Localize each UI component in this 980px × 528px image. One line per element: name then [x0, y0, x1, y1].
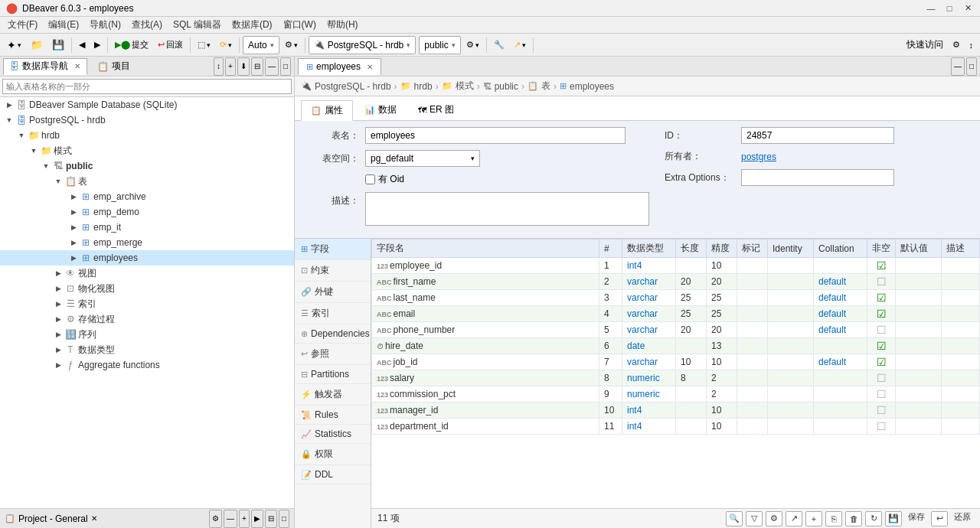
toggle-icon[interactable]: ▶ — [3, 99, 15, 111]
refresh-button[interactable]: ↻ — [865, 511, 882, 526]
extra-options-input[interactable] — [741, 169, 894, 186]
nav-item-statistics[interactable]: 📈 Statistics — [295, 425, 371, 444]
breadcrumb-hrdb[interactable]: PostgreSQL - hrdb — [315, 81, 391, 92]
toolbar-extra-1[interactable]: ⚙ — [949, 36, 964, 54]
employees-toggle-icon[interactable]: ▶ — [67, 252, 80, 264]
editor-maximize-button[interactable]: □ — [966, 57, 977, 76]
tree-item-matviews[interactable]: ▶ ⊡ 物化视图 — [0, 281, 294, 296]
save-changes-button[interactable]: 💾 — [885, 511, 902, 526]
tree-item-indexes[interactable]: ▶ ☰ 索引 — [0, 296, 294, 311]
quick-access-button[interactable]: 快速访问 — [903, 36, 947, 54]
nav-filter-button[interactable]: ⬇ — [237, 57, 250, 76]
type-link[interactable]: int4 — [627, 260, 642, 271]
nav-item-fields[interactable]: ⊞ 字段 — [295, 239, 371, 260]
emp-demo-toggle-icon[interactable]: ▶ — [67, 206, 80, 218]
breadcrumb-public[interactable]: public — [495, 81, 518, 92]
desc-textarea[interactable] — [365, 192, 649, 226]
project-new-button[interactable]: + — [239, 510, 250, 528]
tab-properties[interactable]: 📋 属性 — [301, 100, 353, 121]
table-container[interactable]: 字段名 # 数据类型 长度 精度 标记 Identity Collation 非… — [371, 239, 980, 508]
type-link[interactable]: varchar — [627, 308, 658, 319]
collation-link[interactable]: default — [818, 292, 846, 303]
nav-item-references[interactable]: ↩ 参照 — [295, 344, 371, 365]
type-link[interactable]: numeric — [627, 373, 660, 383]
matviews-toggle-icon[interactable]: ▶ — [52, 282, 64, 295]
tree-item-employees[interactable]: ▶ ⊞ employees — [0, 250, 294, 266]
project-settings-button[interactable]: ⚙ — [209, 510, 222, 528]
oid-checkbox[interactable] — [365, 174, 375, 184]
aggfuncs-toggle-icon[interactable]: ▶ — [52, 359, 64, 371]
datatypes-toggle-icon[interactable]: ▶ — [52, 344, 64, 356]
tree-item-sequences[interactable]: ▶ 🔢 序列 — [0, 327, 294, 342]
copy-button[interactable]: ⎘ — [825, 511, 842, 526]
nav-item-triggers[interactable]: ⚡ 触发器 — [295, 384, 371, 406]
search-records-button[interactable]: 🔍 — [726, 511, 743, 526]
db-nav-close-icon[interactable]: ✕ — [74, 62, 80, 70]
nav-item-constraints[interactable]: ⊡ 约束 — [295, 260, 371, 282]
nav-item-rules[interactable]: 📜 Rules — [295, 406, 371, 425]
toolbar-new-btn[interactable]: ✦ ▾ — [3, 36, 25, 54]
menu-help[interactable]: 帮助(H) — [322, 17, 363, 33]
tree-item-hrdb-folder[interactable]: ▼ 📁 hrdb — [0, 128, 294, 143]
type-link[interactable]: numeric — [627, 389, 660, 399]
toolbar-commit-btn[interactable]: ▶⬤ 提交 — [111, 36, 152, 54]
toolbar-extra-2[interactable]: ↕ — [965, 36, 978, 54]
owner-link[interactable]: postgres — [741, 152, 776, 162]
menu-navigate[interactable]: 导航(N) — [85, 17, 126, 33]
toolbar-txn-btn[interactable]: ⚙ ▾ — [281, 36, 302, 54]
nav-add-button[interactable]: + — [225, 57, 236, 76]
nav-item-indexes[interactable]: ☰ 索引 — [295, 303, 371, 324]
tables-toggle-icon[interactable]: ▼ — [52, 175, 64, 187]
project-collapse-button[interactable]: ⊟ — [265, 510, 277, 528]
table-name-input[interactable] — [365, 127, 626, 144]
nav-sync-button[interactable]: ↕ — [214, 57, 224, 76]
breadcrumb-schema[interactable]: 模式 — [456, 80, 474, 93]
sequences-toggle-icon[interactable]: ▶ — [52, 328, 64, 341]
hrdb-toggle-icon[interactable]: ▼ — [3, 114, 15, 126]
collation-link[interactable]: default — [818, 308, 846, 319]
tree-item-emp-merge[interactable]: ▶ ⊞ emp_merge — [0, 235, 294, 250]
tree-item-procedures[interactable]: ▶ ⚙ 存储过程 — [0, 311, 294, 327]
indexes-toggle-icon[interactable]: ▶ — [52, 298, 64, 310]
menu-database[interactable]: 数据库(D) — [227, 17, 277, 33]
toolbar-save-btn[interactable]: 💾 — [48, 36, 68, 54]
tree-item-datatypes[interactable]: ▶ T 数据类型 — [0, 342, 294, 357]
type-link[interactable]: varchar — [627, 357, 658, 367]
toolbar-schema-btn[interactable]: ⚙ ▾ — [462, 36, 483, 54]
tree-item-dbeaver[interactable]: ▶ 🗄 DBeaver Sample Database (SQLite) — [0, 97, 294, 112]
tab-er[interactable]: 🗺 ER 图 — [408, 99, 464, 120]
project-maximize-button[interactable]: □ — [279, 510, 289, 528]
toolbar-format-btn[interactable]: ⬚ ▾ — [194, 36, 214, 54]
auto-commit-dropdown[interactable]: Auto ▾ — [243, 36, 279, 54]
search-input[interactable] — [2, 79, 292, 94]
toolbar-fwd-btn[interactable]: ▶ — [90, 36, 104, 54]
public-toggle-icon[interactable]: ▼ — [40, 160, 52, 172]
tree-item-emp-demo[interactable]: ▶ ⊞ emp_demo — [0, 204, 294, 220]
toolbar-open-btn[interactable]: 📁 — [27, 36, 47, 54]
tablespace-select[interactable]: pg_default ▾ — [365, 150, 480, 167]
nav-item-foreignkeys[interactable]: 🔗 外键 — [295, 282, 371, 303]
toolbar-back-btn[interactable]: ◀ — [75, 36, 89, 54]
project-close-icon[interactable]: ✕ — [91, 514, 97, 523]
emp-merge-toggle-icon[interactable]: ▶ — [67, 236, 80, 249]
tab-db-navigator[interactable]: 🗄 数据库导航 ✕ — [3, 58, 87, 75]
project-minimize-button[interactable]: — — [224, 510, 237, 528]
editor-minimize-button[interactable]: — — [951, 57, 965, 76]
collation-link[interactable]: default — [818, 357, 846, 367]
nav-item-dependencies[interactable]: ⊕ Dependencies — [295, 324, 371, 344]
type-link[interactable]: varchar — [627, 276, 658, 287]
tree-item-hrdb[interactable]: ▼ 🗄 PostgreSQL - hrdb — [0, 112, 294, 128]
collation-link[interactable]: default — [818, 324, 846, 335]
schema-dropdown[interactable]: public ▾ — [419, 36, 460, 54]
nav-collapse-button[interactable]: ⊟ — [251, 57, 263, 76]
emp-it-toggle-icon[interactable]: ▶ — [67, 221, 80, 233]
hrdb-folder-toggle-icon[interactable]: ▼ — [15, 129, 28, 142]
editor-tab-employees[interactable]: ⊞ employees ✕ — [298, 58, 381, 75]
delete-button[interactable]: 🗑 — [845, 511, 862, 526]
nav-minimize-button[interactable]: — — [265, 57, 279, 76]
type-link[interactable]: date — [627, 341, 645, 351]
menu-file[interactable]: 文件(F) — [3, 17, 42, 33]
project-next-button[interactable]: ▶ — [251, 510, 263, 528]
export-button[interactable]: ↗ — [786, 511, 802, 526]
tree-item-public[interactable]: ▼ 🏗 public — [0, 158, 294, 174]
